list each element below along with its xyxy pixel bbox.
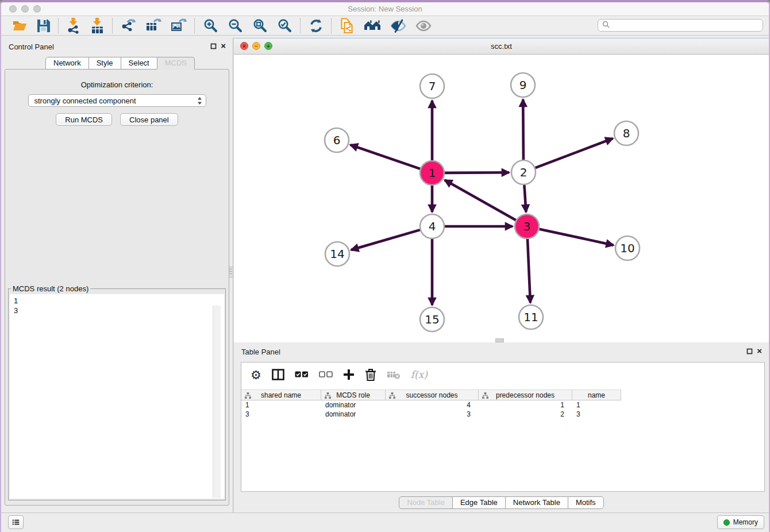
show-hide-icon[interactable] <box>390 18 406 33</box>
main-toolbar <box>1 16 769 36</box>
cell-successor-nodes[interactable]: 3 <box>386 410 479 418</box>
network-view-titlebar: × − + scc.txt <box>234 38 769 55</box>
node-4[interactable]: 4 <box>420 214 444 238</box>
network-graph[interactable]: 1234678910111415 <box>234 54 770 343</box>
split-view-icon[interactable] <box>272 369 284 380</box>
first-neighbors-icon[interactable] <box>364 19 381 32</box>
node-8[interactable]: 8 <box>614 121 638 145</box>
edge-2-8[interactable] <box>536 138 613 168</box>
toolbar-group <box>301 18 331 33</box>
deselect-all-icon[interactable] <box>319 371 333 379</box>
export-network-icon[interactable] <box>121 18 136 33</box>
split-pane-grip[interactable] <box>495 338 504 342</box>
cell-name[interactable]: 3 <box>572 410 621 418</box>
edge-3-11[interactable] <box>528 239 530 303</box>
save-icon[interactable] <box>37 19 51 33</box>
column-header-name[interactable]: name <box>572 390 621 400</box>
selected-option: strongly connected component <box>34 97 136 105</box>
cell-predecessor-nodes[interactable]: 2 <box>479 410 572 418</box>
import-table-icon[interactable] <box>90 18 105 34</box>
run-mcds-button[interactable]: Run MCDS <box>56 113 112 126</box>
mcds-result-text[interactable]: 1 3 <box>10 294 224 499</box>
edge-1-2[interactable] <box>445 172 509 173</box>
delete-icon[interactable] <box>365 368 376 381</box>
node-label: 3 <box>523 219 531 233</box>
cell-successor-nodes[interactable]: 4 <box>386 401 479 409</box>
column-header-predecessor-nodes[interactable]: predecessor nodes <box>479 390 572 400</box>
hierarchy-icon <box>325 392 331 400</box>
node-1[interactable]: 1 <box>420 161 444 185</box>
cell-shared-name[interactable]: 1 <box>241 401 321 409</box>
memory-label: Memory <box>733 518 758 526</box>
node-6[interactable]: 6 <box>325 128 349 152</box>
edge-3-1[interactable] <box>445 180 516 220</box>
float-panel-icon[interactable] <box>210 43 217 49</box>
cell-shared-name[interactable]: 3 <box>241 410 321 418</box>
cell-mcds-role[interactable]: dominator <box>321 410 386 418</box>
clone-network-icon[interactable] <box>340 18 355 34</box>
tab-select[interactable]: Select <box>121 57 157 70</box>
column-header-successor-nodes[interactable]: successor nodes <box>386 390 479 400</box>
tab-network[interactable]: Network <box>45 57 89 70</box>
close-table-panel-icon[interactable]: × <box>757 346 762 356</box>
delete-table-icon <box>387 370 401 379</box>
table-row[interactable]: 3dominator323 <box>241 410 621 419</box>
node-label: 4 <box>429 219 436 233</box>
tab-style[interactable]: Style <box>88 57 121 70</box>
column-header-mcds-role[interactable]: MCDS role <box>321 390 386 400</box>
result-scrollbar[interactable] <box>213 306 221 498</box>
edge-3-10[interactable] <box>540 229 614 245</box>
zoom-fit-icon[interactable] <box>252 18 268 33</box>
zoom-in-icon[interactable] <box>203 18 218 33</box>
edge-2-9[interactable] <box>523 99 523 160</box>
node-11[interactable]: 11 <box>519 305 543 329</box>
export-image-icon[interactable] <box>171 18 187 33</box>
hierarchy-icon <box>389 392 395 400</box>
visibility-icon[interactable] <box>415 20 432 32</box>
open-folder-icon[interactable] <box>12 19 28 32</box>
close-panel-button[interactable]: Close panel <box>120 113 178 126</box>
column-label: name <box>588 391 605 399</box>
tab-mcds[interactable]: MCDS <box>157 57 195 70</box>
export-table-icon[interactable] <box>145 18 161 33</box>
add-icon[interactable] <box>343 369 355 380</box>
edge-1-6[interactable] <box>351 145 421 169</box>
column-header-shared-name[interactable]: shared name <box>241 390 321 400</box>
tab-motifs[interactable]: Motifs <box>568 496 604 509</box>
table-row[interactable]: 1dominator411 <box>241 400 621 410</box>
node-2[interactable]: 2 <box>511 160 536 184</box>
node-label: 11 <box>523 310 538 324</box>
memory-button[interactable]: Memory <box>717 515 764 529</box>
zoom-out-icon[interactable] <box>228 18 243 33</box>
search-box[interactable] <box>598 19 763 32</box>
import-network-icon[interactable] <box>67 18 81 34</box>
node-10[interactable]: 10 <box>615 236 640 260</box>
node-15[interactable]: 15 <box>420 307 444 331</box>
refresh-icon[interactable] <box>309 18 324 33</box>
mcds-result-title: MCDS result (2 nodes) <box>11 284 90 293</box>
cell-mcds-role[interactable]: dominator <box>321 401 386 409</box>
chevron-updown-icon <box>197 97 202 105</box>
float-table-panel-icon[interactable] <box>746 348 753 354</box>
node-7[interactable]: 7 <box>420 74 444 98</box>
node-label: 7 <box>429 79 436 93</box>
zoom-selected-icon[interactable] <box>277 18 292 33</box>
node-14[interactable]: 14 <box>325 242 349 266</box>
close-panel-icon[interactable]: × <box>221 41 226 51</box>
search-input[interactable] <box>613 21 759 30</box>
cell-name[interactable]: 1 <box>572 401 621 409</box>
gear-icon[interactable]: ⚙ <box>251 369 261 381</box>
edge-2-3[interactable] <box>524 185 526 212</box>
optimization-criterion-select[interactable]: strongly connected component <box>28 94 206 107</box>
toolbar-group <box>5 19 58 33</box>
cell-predecessor-nodes[interactable]: 1 <box>479 401 572 409</box>
edge-4-14[interactable] <box>351 230 420 250</box>
task-history-button[interactable] <box>8 515 24 529</box>
tab-edge-table[interactable]: Edge Table <box>452 496 506 509</box>
tab-network-table[interactable]: Network Table <box>505 496 568 509</box>
node-9[interactable]: 9 <box>511 73 535 97</box>
select-all-icon[interactable] <box>295 371 309 379</box>
node-3[interactable]: 3 <box>515 214 539 238</box>
network-canvas[interactable]: 1234678910111415 <box>234 54 769 342</box>
tab-node-table[interactable]: Node Table <box>399 496 453 509</box>
